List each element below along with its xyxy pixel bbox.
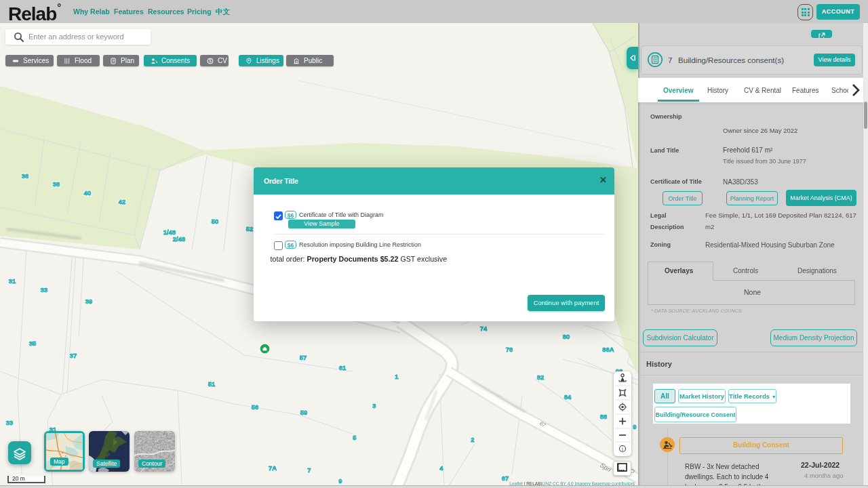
svg-text:$: $ [209, 58, 212, 63]
svg-text:i: i [622, 446, 623, 452]
